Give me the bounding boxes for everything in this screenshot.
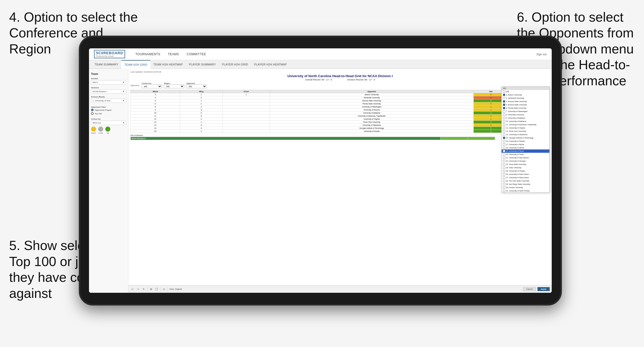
app-logo: 5C0REBOARD Powered by cloud	[94, 50, 125, 58]
paste-icon[interactable]: 📋	[155, 287, 159, 291]
cell-name: Vanderbilt University	[270, 96, 473, 99]
nav-committee[interactable]: COMMITTEE	[187, 52, 206, 56]
dropdown-item-label: 28. The Ohio State University	[506, 180, 529, 182]
dropdown-item[interactable]: 19. University of Texas	[502, 149, 549, 153]
colour-by-field[interactable]: Win/Loss ▼	[91, 121, 126, 125]
cell-reg: 2	[180, 105, 222, 108]
cancel-button[interactable]: Cancel	[523, 287, 536, 291]
dropdown-item[interactable]: 22. University of Georgia	[502, 159, 549, 163]
dropdown-item[interactable]: 27. University of Notre Dame	[502, 176, 549, 179]
dropdown-item[interactable]: 12. University of Virginia	[502, 126, 549, 130]
radio-top-100[interactable]: Top 100	[91, 112, 126, 115]
dropdown-item[interactable]: 10. University of Alabama	[502, 120, 549, 123]
region-filter-select[interactable]: (All)	[164, 85, 184, 88]
dropdown-check	[503, 127, 505, 129]
radio-opponents-played[interactable]: Opponents Played	[91, 109, 126, 111]
dropdown-check	[503, 140, 505, 142]
dropdown-item[interactable]: 13. Texas Tech University	[502, 130, 549, 133]
colour-by-label: Colour by	[91, 118, 126, 120]
conference-filter-select[interactable]: (All)	[142, 85, 162, 88]
nav-sign-out[interactable]: Sign out	[536, 53, 547, 56]
dropdown-item[interactable]: ✓2. Auburn University	[502, 93, 549, 96]
apply-button[interactable]: Apply	[537, 287, 550, 291]
dropdown-item[interactable]: 16. University of Florida	[502, 140, 549, 143]
nav-tournaments[interactable]: TOURNAMENTS	[135, 52, 160, 56]
last-updated: Last Updated: 4/10/2024 16:55:38	[130, 71, 550, 73]
tab-player-summary[interactable]: PLAYER SUMMARY	[186, 60, 219, 69]
dropdown-item[interactable]: 31. University of North Florida	[502, 189, 549, 192]
cell-conf	[222, 118, 270, 121]
col-rank: #Rank	[131, 90, 180, 93]
dropdown-item[interactable]: 21. University of New Mexico	[502, 156, 549, 159]
dropdown-item[interactable]: 28. The Ohio State University	[502, 179, 549, 183]
dropdown-item[interactable]: 3. Vanderbilt University	[502, 96, 549, 100]
dropdown-check	[503, 186, 505, 189]
cell-name: Georgia Institute of Technology	[270, 127, 473, 130]
dropdown-check	[503, 153, 505, 156]
opponent-filter-select[interactable]: (All)	[186, 85, 207, 88]
dropdown-check	[503, 97, 505, 99]
dropdown-check	[503, 120, 505, 122]
dropdown-item[interactable]: 11. University of Arkansas, Fayetteville	[502, 123, 549, 126]
dropdown-item[interactable]: 14. University of Oklahoma	[502, 133, 549, 136]
dropdown-item[interactable]: 9. University of Alabama	[502, 116, 549, 120]
school-label: School (Rank)	[91, 96, 126, 98]
dropdown-check	[503, 163, 505, 165]
dropdown-item[interactable]: ✓5. Arizona State University	[502, 103, 549, 106]
tab-team-h2h-heatmap[interactable]: TEAM H2H HEATMAP	[150, 60, 186, 69]
dropdown-item[interactable]: ✓4. Arizona State University	[502, 100, 549, 103]
dropdown-item-label: 14. University of Oklahoma	[506, 134, 527, 135]
tab-player-h2h-grid[interactable]: PLAYER H2H GRID	[219, 60, 251, 69]
copy-icon[interactable]: ⊞	[149, 287, 153, 291]
redo-icon[interactable]: ↪	[136, 287, 140, 291]
out-div-name: NCAA Division II	[131, 137, 441, 140]
cell-conf	[222, 127, 270, 130]
data-table: #Rank #Reg #Conf Opponent Win Loss 2 1 1…	[130, 90, 550, 133]
dropdown-item[interactable]: 18. University of Illinois	[502, 146, 549, 149]
cell-conf	[222, 96, 270, 99]
undo-icon[interactable]: ↩	[130, 287, 134, 291]
tab-team-h2h-grid[interactable]: TEAM H2H GRID	[121, 60, 150, 69]
division-field[interactable]: NCAA Division I ▼	[91, 89, 126, 94]
dropdown-item[interactable]: 25. University of Oregon	[502, 169, 549, 173]
clock-icon[interactable]: ⊙	[162, 287, 166, 291]
dropdown-item[interactable]: 23. Texas A&M University	[502, 163, 549, 166]
cell-conf: 1	[222, 93, 270, 96]
refresh-icon[interactable]: ↻	[142, 287, 146, 291]
dropdown-item[interactable]: 7. University of Washington	[502, 110, 549, 113]
radio-dot-top100	[91, 112, 94, 115]
school-field[interactable]: 1. University of Nort... ▼	[91, 99, 126, 103]
dropdown-item[interactable]: 24. Duke University	[502, 166, 549, 169]
dropdown-item[interactable]: 26. University of Notre Dame	[502, 173, 549, 176]
dropdown-check	[503, 190, 505, 192]
dropdown-item-label: 12. University of Virginia	[506, 127, 525, 129]
dropdown-check	[503, 133, 505, 136]
tab-player-h2h-heatmap[interactable]: PLAYER H2H HEATMAP	[251, 60, 290, 69]
dropdown-item[interactable]: 17. University of Illinois	[502, 143, 549, 146]
dropdown-item-label: 25. University of Oregon	[506, 170, 525, 172]
dropdown-check	[503, 180, 505, 182]
cell-name: University of Arkansas, Fayetteville	[270, 115, 473, 118]
dropdown-item[interactable]: 29. San Diego State University	[502, 183, 549, 186]
gender-field[interactable]: Men's ▼	[91, 80, 126, 85]
dropdown-item[interactable]: ✓15. Georgia Institute of Technology	[502, 136, 549, 140]
dropdown-item[interactable]: 30. Purdue University	[502, 186, 549, 189]
cell-conf	[222, 115, 270, 118]
cell-reg: 2	[180, 130, 222, 133]
opponent-dropdown[interactable]: (All) (All)✓2. Auburn University3. Vande…	[501, 87, 550, 193]
table-row: 4 1 Arizona State University 5 1	[131, 99, 550, 102]
dropdown-item[interactable]: ✓6. Florida State University	[502, 106, 549, 110]
col-opponent: Opponent	[270, 90, 473, 93]
nav-teams[interactable]: TEAMS	[168, 52, 179, 56]
dropdown-item[interactable]: 20. University of Texas	[502, 153, 549, 156]
tab-team-summary[interactable]: TEAM SUMMARY	[92, 60, 121, 69]
dropdown-item-label: 7. University of Washington	[506, 110, 528, 112]
dropdown-check	[503, 166, 505, 169]
dropdown-check	[503, 110, 505, 113]
cell-conf	[222, 121, 270, 124]
cell-rank: 16	[131, 130, 180, 133]
dropdown-item[interactable]: (All)	[502, 90, 549, 93]
dropdown-item[interactable]: 8. University of Arizona	[502, 113, 549, 116]
dropdown-check	[503, 183, 505, 185]
cell-conf	[222, 102, 270, 105]
